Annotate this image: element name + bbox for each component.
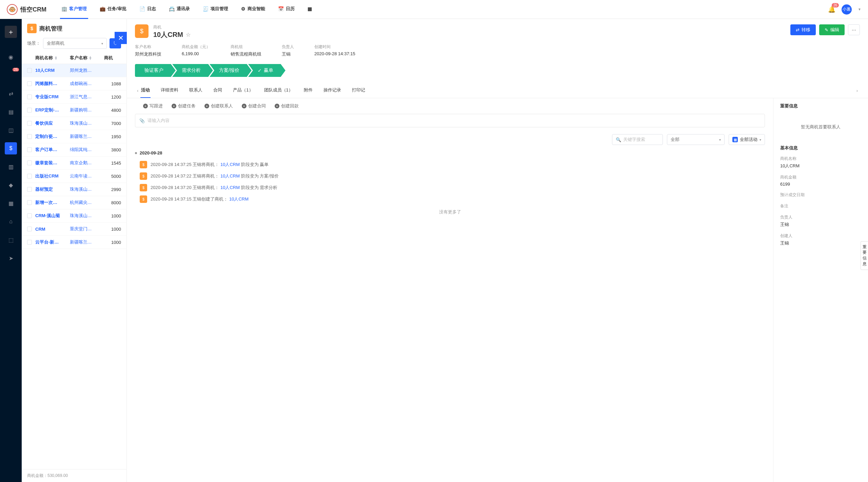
rail-contacts[interactable]: ◫ bbox=[5, 124, 17, 136]
nav-bi[interactable]: ⚙商业智能 bbox=[240, 0, 267, 19]
float-important-tab[interactable]: 重要信息 bbox=[861, 241, 868, 270]
rail-product[interactable]: ⬚ bbox=[5, 234, 17, 246]
table-row[interactable]: ERP定制-…新疆购明…4800 bbox=[22, 104, 126, 117]
action-link[interactable]: +创建联系人 bbox=[204, 103, 233, 109]
nav-calendar[interactable]: 📅日历 bbox=[277, 0, 296, 19]
row-checkbox[interactable] bbox=[27, 95, 32, 99]
row-customer[interactable]: 新疆喀兰… bbox=[70, 133, 104, 140]
action-link[interactable]: +创建合同 bbox=[242, 103, 266, 109]
log-link[interactable]: 10人CRM bbox=[220, 162, 240, 167]
row-checkbox[interactable] bbox=[27, 121, 32, 126]
row-customer[interactable]: 绵阳其纯… bbox=[70, 147, 104, 153]
row-checkbox[interactable] bbox=[27, 134, 32, 139]
row-customer[interactable]: 浙江气息… bbox=[70, 94, 104, 100]
nav-log[interactable]: 📄日志 bbox=[138, 0, 157, 19]
rail-send[interactable]: ➤ bbox=[5, 252, 17, 264]
tab[interactable]: 详细资料 bbox=[160, 83, 179, 98]
rail-home[interactable]: ⌂ bbox=[5, 215, 17, 228]
row-name[interactable]: CRM-溪山菊 bbox=[35, 213, 70, 219]
row-checkbox[interactable] bbox=[27, 161, 32, 165]
tab[interactable]: 合同 bbox=[213, 83, 223, 98]
row-customer[interactable]: 新疆喀兰… bbox=[70, 239, 104, 245]
table-row[interactable]: CRM-溪山菊珠海溪山…1000 bbox=[22, 209, 126, 223]
row-checkbox[interactable] bbox=[27, 187, 32, 192]
tab[interactable]: 团队成员（1） bbox=[263, 83, 294, 98]
rail-invoice[interactable]: ▦ bbox=[5, 197, 17, 209]
filter-select[interactable]: 全部▾ bbox=[667, 134, 725, 145]
rail-opportunity[interactable]: $ bbox=[5, 142, 17, 154]
table-row[interactable]: 专业版CRM浙江气息…1200 bbox=[22, 90, 126, 104]
row-customer[interactable]: 云南午读… bbox=[70, 173, 104, 179]
row-name[interactable]: 丙烯颜料… bbox=[35, 81, 70, 87]
rail-contract[interactable]: ▥ bbox=[5, 161, 17, 173]
nav-contacts[interactable]: 📇通讯录 bbox=[167, 0, 191, 19]
row-customer[interactable]: 成都碗画… bbox=[70, 81, 104, 87]
rail-leads[interactable]: ⇄ bbox=[5, 87, 17, 100]
rail-customers[interactable]: ▤ bbox=[5, 106, 17, 118]
tabs-next[interactable]: › bbox=[854, 88, 860, 93]
tab[interactable]: 打印记 bbox=[351, 83, 366, 98]
nav-task[interactable]: 💼任务/审批 bbox=[98, 0, 128, 19]
tab[interactable]: 产品（1） bbox=[232, 83, 254, 98]
action-link[interactable]: +创建任务 bbox=[172, 103, 196, 109]
log-link[interactable]: 10人CRM bbox=[220, 173, 240, 179]
rail-add-button[interactable]: ＋ bbox=[5, 26, 17, 38]
row-checkbox[interactable] bbox=[27, 147, 32, 152]
row-name[interactable]: 餐饮供应 bbox=[35, 120, 70, 126]
nav-project[interactable]: 🧾项目管理 bbox=[201, 0, 230, 19]
search-input[interactable]: 🔍关键字搜索 bbox=[612, 134, 663, 145]
row-name[interactable]: 徽章套装… bbox=[35, 160, 70, 166]
row-name[interactable]: 客户订单… bbox=[35, 147, 70, 153]
row-name[interactable]: CRM bbox=[35, 227, 70, 232]
table-row[interactable]: 10人CRM郑州龙胜… bbox=[22, 64, 126, 77]
tabs-prev[interactable]: ‹ bbox=[135, 88, 140, 93]
log-link[interactable]: 10人CRM bbox=[229, 196, 249, 202]
tab[interactable]: 活动 bbox=[140, 83, 151, 98]
row-checkbox[interactable] bbox=[27, 227, 32, 231]
row-customer[interactable]: 杭州藏尖… bbox=[70, 200, 104, 206]
tab[interactable]: 操作记录 bbox=[323, 83, 342, 98]
chevron-down-icon[interactable]: ▼ bbox=[858, 7, 861, 11]
rail-dashboard[interactable]: ◉ bbox=[5, 51, 17, 63]
row-checkbox[interactable] bbox=[27, 174, 32, 179]
row-checkbox[interactable] bbox=[27, 108, 32, 112]
nav-apps[interactable]: ▦ bbox=[306, 0, 313, 19]
row-customer[interactable]: 珠海溪山… bbox=[70, 213, 104, 219]
edit-button[interactable]: ✎编辑 bbox=[819, 24, 845, 35]
row-customer[interactable]: 重庆堂门… bbox=[70, 226, 104, 232]
tab[interactable]: 联系人 bbox=[189, 83, 203, 98]
table-row[interactable]: 餐饮供应珠海溪山…7000 bbox=[22, 117, 126, 130]
table-row[interactable]: 云平台-新…新疆喀兰…1000 bbox=[22, 236, 126, 249]
row-name[interactable]: 出版社CRM bbox=[35, 173, 70, 179]
log-link[interactable]: 10人CRM bbox=[220, 185, 240, 190]
row-name[interactable]: 云平台-新… bbox=[35, 239, 70, 245]
table-row[interactable]: 徽章套装…南京企鹅…1545 bbox=[22, 156, 126, 170]
tab[interactable]: 附件 bbox=[303, 83, 313, 98]
row-name[interactable]: 专业版CRM bbox=[35, 94, 70, 100]
row-checkbox[interactable] bbox=[27, 213, 32, 218]
close-panel-button[interactable]: ✕ bbox=[115, 32, 127, 44]
action-link[interactable]: +写跟进 bbox=[143, 103, 163, 109]
col-amount[interactable]: 商机 bbox=[104, 55, 121, 61]
scene-select[interactable]: 全部商机▾ bbox=[43, 38, 107, 49]
stage-verify[interactable]: 验证客户 bbox=[135, 64, 176, 77]
followup-input[interactable]: 📎请输入内容 bbox=[135, 114, 765, 127]
table-row[interactable]: 出版社CRM云南午读…5000 bbox=[22, 170, 126, 183]
nav-customer[interactable]: 🏢客户管理 bbox=[60, 0, 88, 19]
row-name[interactable]: ERP定制-… bbox=[35, 107, 70, 113]
notification-bell[interactable]: 🔔26 bbox=[828, 6, 835, 13]
row-customer[interactable]: 新疆购明… bbox=[70, 107, 104, 113]
transfer-button[interactable]: ⇄转移 bbox=[790, 24, 816, 35]
table-row[interactable]: CRM重庆堂门…1000 bbox=[22, 223, 126, 236]
table-row[interactable]: 定制白瓷…新疆喀兰…1950 bbox=[22, 130, 126, 143]
action-link[interactable]: +创建回款 bbox=[275, 103, 299, 109]
table-row[interactable]: 丙烯颜料…成都碗画…1088 bbox=[22, 77, 126, 90]
table-row[interactable]: 新增一次…杭州藏尖…8000 bbox=[22, 196, 126, 209]
rail-payment[interactable]: ◆ bbox=[5, 179, 17, 191]
stage-win[interactable]: ✓赢单 bbox=[248, 64, 285, 77]
table-row[interactable]: 客户订单…绵阳其纯…3800 bbox=[22, 143, 126, 156]
row-name[interactable]: 10人CRM bbox=[35, 67, 70, 74]
row-checkbox[interactable] bbox=[27, 81, 32, 86]
more-button[interactable]: ⋯ bbox=[848, 24, 860, 35]
row-name[interactable]: 定制白瓷… bbox=[35, 133, 70, 140]
